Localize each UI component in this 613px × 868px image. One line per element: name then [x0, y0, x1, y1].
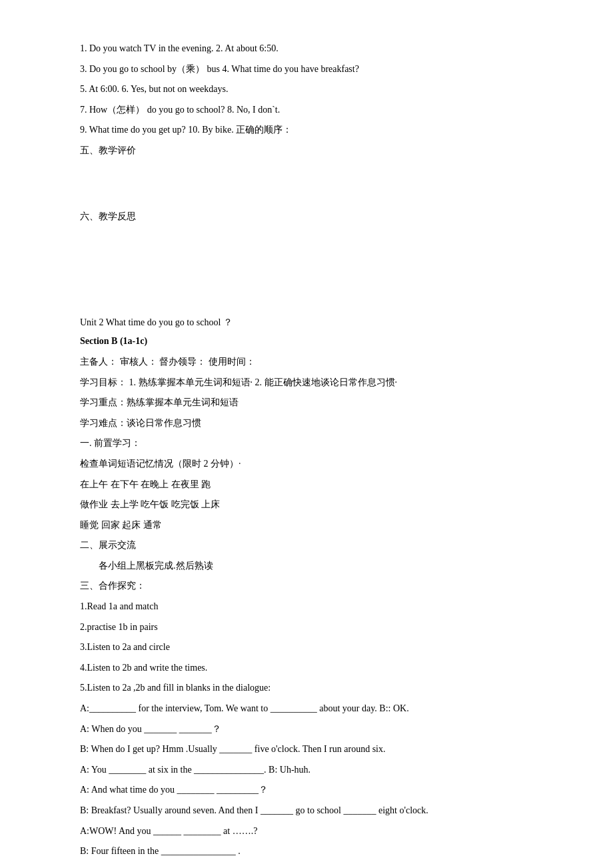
- part1-section: 1. Do you watch TV in the evening. 2. At…: [80, 40, 533, 160]
- section2-content: 各小组上黑板完成.然后熟读: [80, 557, 533, 575]
- dialogue-line-7: A:WOW! And you ______ ________ at …….?: [80, 823, 533, 841]
- line-2: 3. Do you go to school by（乘） bus 4. What…: [80, 61, 533, 79]
- vocab-row2: 做作业 去上学 吃午饭 吃完饭 上床: [80, 496, 533, 514]
- task-5: 5.Listen to 2a ,2b and fill in blanks in…: [80, 679, 533, 697]
- part2-title: 六、教学反思: [80, 208, 533, 225]
- spacer3: [80, 229, 533, 255]
- section2-title: 二、展示交流: [80, 537, 533, 555]
- unit2-title: Unit 2 What time do you go to school ？: [80, 314, 533, 332]
- dialogue-line-4: A: You ________ at six in the __________…: [80, 761, 533, 779]
- spacer2: [80, 189, 533, 201]
- dialogue-line-3: B: When do I get up? Hmm .Usually ______…: [80, 741, 533, 759]
- dialogue-line-2: A: When do you _______ _______？: [80, 721, 533, 739]
- dialogue-line-1: A:__________ for the interview, Tom. We …: [80, 700, 533, 718]
- dialogue-section: A:__________ for the interview, Tom. We …: [80, 700, 533, 868]
- part2-section: 六、教学反思: [80, 208, 533, 225]
- page-content: 1. Do you watch TV in the evening. 2. At…: [80, 40, 533, 868]
- section1-title: 一. 前置学习：: [80, 435, 533, 453]
- unit2-section-label: Section B (1a-1c): [80, 333, 533, 351]
- dialogue-line-6: B: Breakfast? Usually around seven. And …: [80, 802, 533, 820]
- line-6: 五、教学评价: [80, 142, 533, 160]
- section3-title: 三、合作探究：: [80, 577, 533, 595]
- vocab-row1: 在上午 在下午 在晚上 在夜里 跑: [80, 476, 533, 494]
- unit2-meta: 主备人： 审核人： 督办领导： 使用时间：: [80, 353, 533, 371]
- task-1: 1.Read 1a and match: [80, 598, 533, 616]
- spacer4: [80, 255, 533, 282]
- line-5: 9. What time do you get up? 10. By bike.…: [80, 121, 533, 139]
- unit2-difficulties: 学习难点：谈论日常作息习惯: [80, 415, 533, 433]
- line-3: 5. At 6:00. 6. Yes, but not on weekdays.: [80, 81, 533, 99]
- task-2: 2.practise 1b in pairs: [80, 619, 533, 637]
- vocab-row3: 睡觉 回家 起床 通常: [80, 517, 533, 535]
- spacer5: [80, 282, 533, 294]
- task-4: 4.Listen to 2b and write the times.: [80, 659, 533, 677]
- tasks-list: 1.Read 1a and match 2.practise 1b in pai…: [80, 598, 533, 697]
- spacer1: [80, 163, 533, 189]
- dialogue-line-5: A: And what time do you ________ _______…: [80, 781, 533, 799]
- dialogue-line-8: B: Four fifteen in the ________________ …: [80, 843, 533, 861]
- line-4: 7. How（怎样） do you go to school? 8. No, I…: [80, 101, 533, 119]
- task-3: 3.Listen to 2a and circle: [80, 639, 533, 657]
- dialogue-line-9: A: And what do you do in the ___________…: [80, 863, 533, 868]
- unit2-section: Unit 2 What time do you go to school ？ S…: [80, 314, 533, 868]
- section1-content: 检查单词短语记忆情况（限时 2 分钟）·: [80, 455, 533, 473]
- unit2-key-points: 学习重点：熟练掌握本单元生词和短语: [80, 394, 533, 412]
- line-1: 1. Do you watch TV in the evening. 2. At…: [80, 40, 533, 58]
- unit2-objectives: 学习目标： 1. 熟练掌握本单元生词和短语· 2. 能正确快速地谈论日常作息习惯…: [80, 374, 533, 392]
